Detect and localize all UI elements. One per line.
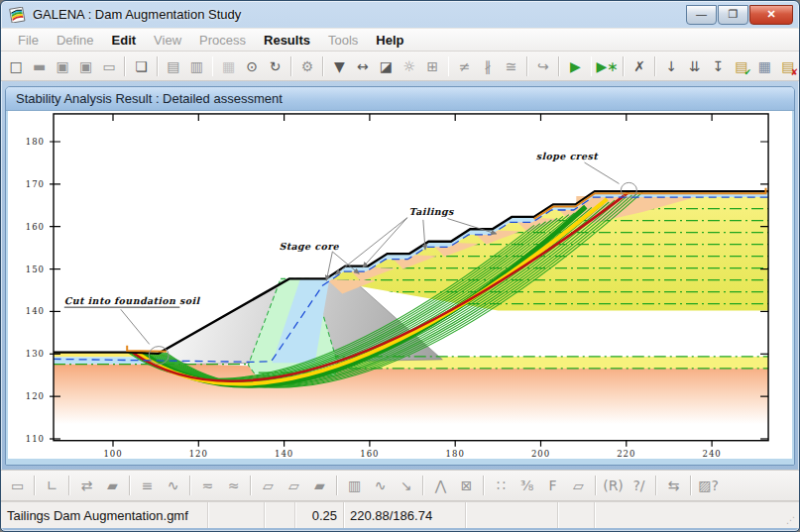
restraints-button[interactable]: (R) bbox=[601, 475, 626, 497]
menu-define[interactable]: Define bbox=[48, 31, 103, 50]
results-ok-button[interactable]: ▤✔ bbox=[731, 54, 752, 77]
title-bar[interactable]: GALENA : Dam Augmentation Study — ❐ ✕ bbox=[1, 1, 799, 28]
toolbar-separator bbox=[655, 476, 657, 495]
status-panel-empty-3 bbox=[466, 502, 558, 528]
query-slope-button[interactable]: ?/ bbox=[627, 475, 651, 497]
status-panel-empty-4 bbox=[558, 502, 595, 528]
window-controls: — ❐ ✕ bbox=[686, 5, 793, 25]
svg-text:200: 200 bbox=[531, 449, 550, 459]
result-window: Stability Analysis Result : Detailed ass… bbox=[5, 86, 795, 466]
back-analysis-button[interactable]: ⇆ bbox=[661, 475, 686, 497]
grid-toggle-button[interactable]: ▦ bbox=[217, 54, 239, 77]
svg-text:180: 180 bbox=[26, 137, 45, 147]
svg-text:130: 130 bbox=[26, 349, 45, 359]
menu-tools[interactable]: Tools bbox=[319, 31, 367, 50]
results-error-badge-icon: ✘ bbox=[791, 68, 799, 77]
svg-text:180: 180 bbox=[446, 449, 465, 459]
menu-file[interactable]: File bbox=[9, 31, 48, 50]
slope-marker-button[interactable]: ▰ bbox=[100, 475, 125, 497]
menu-results[interactable]: Results bbox=[255, 31, 319, 50]
export-button[interactable]: ▤ bbox=[163, 54, 184, 77]
exclusion-zone-button[interactable]: ⊠ bbox=[454, 475, 479, 497]
close-file-button[interactable]: ▭ bbox=[98, 54, 120, 77]
restore-button[interactable]: ❐ bbox=[718, 5, 748, 25]
edit-surface-2-button[interactable]: ∦ bbox=[477, 54, 499, 77]
surface-ratio-button[interactable]: ⅜ bbox=[514, 475, 539, 497]
app-logo-icon bbox=[9, 7, 27, 23]
dimensions-button[interactable]: ⇄ bbox=[74, 475, 99, 497]
sort-to-bottom-button[interactable]: ↧ bbox=[707, 54, 729, 77]
status-panel-empty-2 bbox=[265, 502, 295, 528]
menu-process[interactable]: Process bbox=[190, 31, 255, 50]
result-window-titlebar[interactable]: Stability Analysis Result : Detailed ass… bbox=[6, 87, 794, 111]
wizard-bulb-button[interactable]: ☼ bbox=[399, 54, 420, 77]
load-direction-button[interactable]: ↘ bbox=[394, 475, 418, 497]
filter-button[interactable]: ▼ bbox=[328, 54, 350, 77]
sort-list-button[interactable]: ↓ bbox=[660, 54, 682, 77]
run-to-end-button[interactable]: ▶∗ bbox=[596, 54, 619, 77]
extents-button[interactable]: ↔ bbox=[352, 54, 374, 77]
new-file-button[interactable]: □ bbox=[5, 54, 27, 77]
svg-text:140: 140 bbox=[275, 449, 293, 459]
factor-box-button[interactable]: F bbox=[540, 475, 565, 497]
edit-surface-1-button[interactable]: ≠ bbox=[453, 54, 475, 77]
save-file-button[interactable]: ▣ bbox=[52, 54, 73, 77]
distributed-load-button[interactable]: ▥ bbox=[342, 475, 367, 497]
profile-view-button[interactable]: ◪ bbox=[375, 54, 397, 77]
chart-area[interactable]: Cut into foundation soilStage coreTailin… bbox=[8, 111, 792, 459]
dynamic-load-button[interactable]: ∿ bbox=[368, 475, 393, 497]
svg-text:120: 120 bbox=[26, 391, 45, 401]
svg-text:120: 120 bbox=[189, 449, 208, 459]
help-query-button[interactable]: ▨? bbox=[696, 475, 721, 497]
toolbar-separator bbox=[290, 56, 292, 76]
copy-button[interactable]: ❏ bbox=[130, 54, 152, 77]
run-analysis-button[interactable]: ▶ bbox=[564, 54, 586, 77]
results-table-button[interactable]: ▦ bbox=[753, 54, 775, 77]
minimize-button[interactable]: — bbox=[686, 5, 717, 25]
menu-view[interactable]: View bbox=[145, 31, 190, 50]
menu-bar: FileDefineEditViewProcessResultsToolsHel… bbox=[1, 28, 799, 52]
status-panel-empty-1 bbox=[208, 502, 265, 528]
toolbar-separator bbox=[690, 476, 692, 495]
settings-gear-button[interactable]: ⚙ bbox=[296, 54, 318, 77]
axes-setup-button[interactable]: ∟ bbox=[40, 475, 64, 497]
edit-surface-3-button[interactable]: ≅ bbox=[500, 54, 521, 77]
lock-region-button[interactable]: ▰ bbox=[307, 475, 332, 497]
close-button[interactable]: ✕ bbox=[749, 5, 793, 25]
svg-text:Stage core: Stage core bbox=[279, 241, 339, 253]
stop-analysis-button[interactable]: ✗ bbox=[629, 54, 650, 77]
svg-text:slope crest: slope crest bbox=[536, 151, 599, 161]
cross-section-plot[interactable]: Cut into foundation soilStage coreTailin… bbox=[10, 111, 789, 459]
toolbar-separator bbox=[336, 476, 338, 495]
zoom-tool-button[interactable]: ⊙ bbox=[241, 54, 263, 77]
toolbar-separator bbox=[129, 476, 131, 495]
svg-text:Tailings: Tailings bbox=[409, 206, 454, 218]
material-profiles-button[interactable]: ≡ bbox=[135, 475, 160, 497]
water-surface-button[interactable]: ⋀ bbox=[428, 475, 453, 497]
material-region-button[interactable]: ▱ bbox=[256, 475, 281, 497]
window-extents-button[interactable]: ▭ bbox=[5, 475, 30, 497]
print-button[interactable]: ▥ bbox=[185, 54, 207, 77]
menu-help[interactable]: Help bbox=[367, 31, 412, 50]
svg-text:220: 220 bbox=[617, 449, 635, 459]
result-window-title: Stability Analysis Result : Detailed ass… bbox=[16, 91, 283, 106]
open-file-button[interactable]: ▬ bbox=[28, 54, 50, 77]
svg-text:240: 240 bbox=[702, 449, 721, 459]
reprocess-button[interactable]: ↪ bbox=[532, 54, 554, 77]
save-all-button[interactable]: ▣ bbox=[74, 54, 96, 77]
region-arrow-button[interactable]: ▱ bbox=[566, 475, 591, 497]
toolbar-separator bbox=[34, 476, 36, 495]
tree-view-button[interactable]: ⊞ bbox=[421, 54, 443, 77]
redraw-button[interactable]: ↻ bbox=[264, 54, 286, 77]
piezometric-surface-button[interactable]: ≈ bbox=[221, 475, 246, 497]
sort-down-button[interactable]: ⇊ bbox=[684, 54, 706, 77]
menu-edit[interactable]: Edit bbox=[103, 31, 146, 50]
profile-curve-button[interactable]: ∿ bbox=[161, 475, 185, 497]
material-region-fill-button[interactable]: ▱ bbox=[282, 475, 306, 497]
analysis-category-button[interactable]: ∷ bbox=[489, 475, 514, 497]
phreatic-surface-button[interactable]: ≂ bbox=[195, 475, 220, 497]
resize-grip[interactable]: ⋰ bbox=[780, 502, 799, 528]
toolbar-separator bbox=[68, 476, 70, 495]
results-error-button[interactable]: ▤✘ bbox=[777, 54, 799, 77]
top-toolbar: □▬▣▣▭❏▤▥▦⊙↻⚙▼↔◪☼⊞≠∦≅↪▶▶∗✗↓⇊↧▤✔▦▤✘ bbox=[1, 52, 799, 81]
